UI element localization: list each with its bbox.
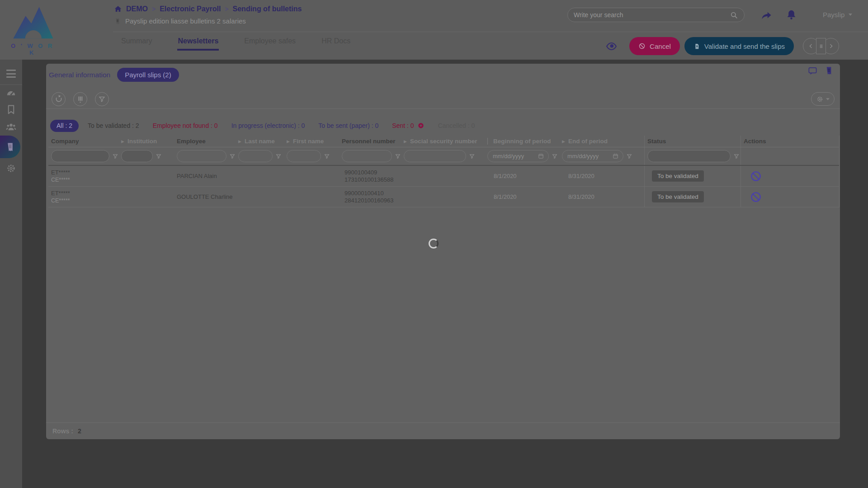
last-name-filter-input[interactable] xyxy=(238,150,273,162)
column-header-status[interactable]: Status xyxy=(644,136,741,147)
preview-button[interactable] xyxy=(604,41,619,52)
expand-column-icon[interactable]: ▶ xyxy=(287,139,290,144)
chevron-down-icon xyxy=(849,14,852,16)
sidebar-menu-toggle[interactable] xyxy=(6,70,16,80)
table-row[interactable]: ET***** CE***** PARCIAN Alain 9900100409… xyxy=(48,166,839,187)
cancel-button[interactable]: Cancel xyxy=(629,37,680,55)
status-filter-sent-label: Sent : 0 xyxy=(392,122,414,129)
status-filter-cancelled[interactable]: Cancelled : 0 xyxy=(438,122,475,129)
table-settings-button[interactable] xyxy=(811,92,835,106)
date-placeholder: mm/dd/yyyy xyxy=(493,153,524,160)
employee-name: PARCIAN Alain xyxy=(174,166,236,186)
receipt-icon[interactable] xyxy=(824,66,834,75)
beginning-of-period-filter-input[interactable]: mm/dd/yyyy xyxy=(487,150,549,162)
chat-icon[interactable] xyxy=(807,66,818,76)
filter-icon[interactable] xyxy=(733,153,740,160)
plus-circle-icon[interactable] xyxy=(417,122,425,129)
filter-icon[interactable] xyxy=(156,153,162,160)
breadcrumb-item-demo[interactable]: DEMO xyxy=(126,5,148,13)
calendar-icon[interactable] xyxy=(612,153,619,160)
filter-icon[interactable] xyxy=(469,153,475,160)
column-header-beginning-of-period[interactable]: Beginning of period xyxy=(485,136,559,147)
refresh-icon xyxy=(55,95,63,103)
column-header-actions[interactable]: Actions xyxy=(741,136,839,147)
beginning-of-period: 8/1/2020 xyxy=(485,166,559,186)
beginning-of-period: 8/1/2020 xyxy=(485,187,559,207)
home-icon[interactable] xyxy=(114,5,122,13)
cancel-slip-button[interactable] xyxy=(750,170,762,183)
gear-icon xyxy=(816,95,824,103)
user-menu[interactable]: Payslip xyxy=(823,11,852,19)
tab-hr-docs[interactable]: HR Docs xyxy=(321,33,351,49)
status-filter-to-be-validated[interactable]: To be validated : 2 xyxy=(88,122,139,129)
tab-newsletters[interactable]: Newsletters xyxy=(177,33,219,51)
search-icon[interactable] xyxy=(730,11,738,19)
columns-icon xyxy=(76,95,85,103)
breadcrumb-item-electronic-payroll[interactable]: Electronic Payroll xyxy=(160,5,221,13)
app-logo[interactable]: O ' W O R K xyxy=(7,4,58,56)
search-input[interactable] xyxy=(574,11,730,19)
column-header-social-security-number[interactable]: ▶ Social security number xyxy=(401,136,485,147)
breadcrumb-item-sending-of-bulletins[interactable]: Sending of bulletins xyxy=(233,5,302,13)
column-header-end-of-period[interactable]: ▶ End of period xyxy=(559,136,644,147)
status-filter-employee-not-found[interactable]: Employee not found : 0 xyxy=(153,122,218,129)
status-filter-all[interactable]: All : 2 xyxy=(50,120,79,132)
first-name-filter-input[interactable] xyxy=(287,150,321,162)
filter-icon[interactable] xyxy=(395,153,401,160)
status-filter-sent[interactable]: Sent : 0 xyxy=(392,122,424,129)
status-filter-in-progress[interactable]: In progress (electronic) : 0 xyxy=(231,122,305,129)
receipt-icon xyxy=(5,142,15,152)
employee-filter-input[interactable] xyxy=(177,150,226,162)
expand-column-icon[interactable]: ▶ xyxy=(238,139,241,144)
sidebar-item-dashboard[interactable] xyxy=(5,87,17,99)
panel-corner-icons xyxy=(807,66,834,76)
cancel-slip-button[interactable] xyxy=(750,191,762,203)
status-filter-to-be-sent[interactable]: To be sent (paper) : 0 xyxy=(318,122,378,129)
record-list-button[interactable] xyxy=(816,38,826,54)
filter-icon[interactable] xyxy=(112,153,118,160)
filter-icon[interactable] xyxy=(324,153,330,160)
subtab-payroll-slips[interactable]: Payroll slips (2) xyxy=(117,68,179,82)
sidebar-item-bookmarks[interactable] xyxy=(5,104,17,115)
column-header-company[interactable]: Company xyxy=(48,136,118,147)
company-filter-input[interactable] xyxy=(51,150,109,162)
table-row[interactable]: ET***** CE***** GOULOTTE Charline 990000… xyxy=(48,187,839,207)
calendar-icon[interactable] xyxy=(538,153,544,160)
sidebar-item-payslips[interactable] xyxy=(0,136,20,158)
column-chooser-button[interactable] xyxy=(73,92,87,106)
share-icon[interactable] xyxy=(760,9,773,22)
header-divider xyxy=(113,32,868,32)
validate-and-send-button[interactable]: Validate and send the slips xyxy=(684,37,794,55)
expand-column-icon[interactable]: ▶ xyxy=(404,139,407,144)
breadcrumb-separator: > xyxy=(152,5,156,13)
filter-icon[interactable] xyxy=(626,153,632,160)
status-badge: To be validated xyxy=(652,170,704,182)
filter-icon[interactable] xyxy=(229,153,236,160)
status-filter-input[interactable] xyxy=(647,150,731,162)
filter-icon[interactable] xyxy=(275,153,282,160)
filter-icon[interactable] xyxy=(552,153,558,160)
social-security-filter-input[interactable] xyxy=(404,150,466,162)
expand-column-icon[interactable]: ▶ xyxy=(562,139,565,144)
breadcrumb-area: DEMO > Electronic Payroll > Sending of b… xyxy=(114,5,302,25)
subtab-general-information[interactable]: General information xyxy=(49,71,110,79)
employee-name: GOULOTTE Charline xyxy=(174,187,236,207)
column-header-employee[interactable]: Employee xyxy=(174,136,236,147)
column-header-institution[interactable]: ▶ Institution xyxy=(118,136,174,147)
personnel-number-filter-input[interactable] xyxy=(342,150,392,162)
filter-button[interactable] xyxy=(95,92,109,106)
column-header-personnel-number[interactable]: Personnel number xyxy=(339,136,401,147)
expand-column-icon[interactable]: ▶ xyxy=(121,139,124,144)
sidebar-item-employees[interactable] xyxy=(5,121,17,132)
chevron-right-icon xyxy=(827,42,835,50)
end-of-period-filter-input[interactable]: mm/dd/yyyy xyxy=(562,150,623,162)
tab-employee-safes[interactable]: Employee safes xyxy=(244,33,296,49)
tab-summary[interactable]: Summary xyxy=(121,33,152,49)
sidebar-item-settings[interactable] xyxy=(5,163,17,174)
user-menu-label: Payslip xyxy=(823,11,844,19)
refresh-button[interactable] xyxy=(52,92,66,106)
column-header-first-name[interactable]: ▶ First name xyxy=(284,136,339,147)
column-header-last-name[interactable]: ▶ Last name xyxy=(236,136,284,147)
bell-icon[interactable] xyxy=(785,9,798,22)
institution-filter-input[interactable] xyxy=(121,150,153,162)
